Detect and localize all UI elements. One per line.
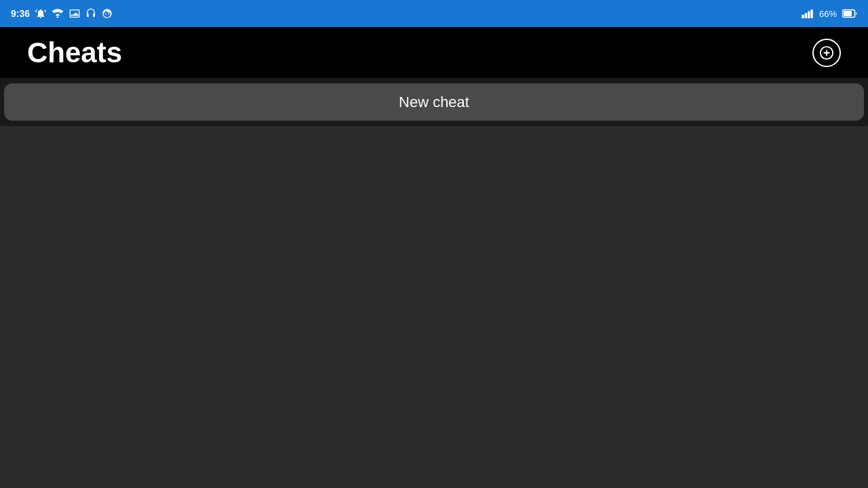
new-cheat-label: New cheat [399,94,469,111]
status-time: 9:36 [11,8,30,19]
face-icon [102,8,113,19]
new-cheat-button[interactable]: New cheat [4,83,864,121]
svg-rect-2 [808,12,810,19]
main-content [0,126,868,488]
add-cheat-button[interactable] [812,39,841,67]
headset-icon [85,8,96,19]
new-cheat-container: New cheat [0,78,868,126]
header: Cheats [0,27,868,78]
svg-rect-5 [844,11,852,16]
signal-icon [802,9,814,18]
alarm-icon [35,8,46,19]
svg-rect-1 [805,13,808,18]
page-title: Cheats [27,37,122,69]
gallery-icon [69,8,80,19]
wifi-icon [52,9,64,18]
battery-icon [842,9,857,18]
status-bar: 9:36 [0,0,868,27]
plus-circle-icon [819,45,834,60]
status-bar-left: 9:36 [11,8,113,19]
svg-rect-0 [802,15,804,18]
svg-rect-3 [810,9,813,18]
battery-percent: 66% [819,9,837,19]
status-bar-right: 66% [802,9,857,19]
